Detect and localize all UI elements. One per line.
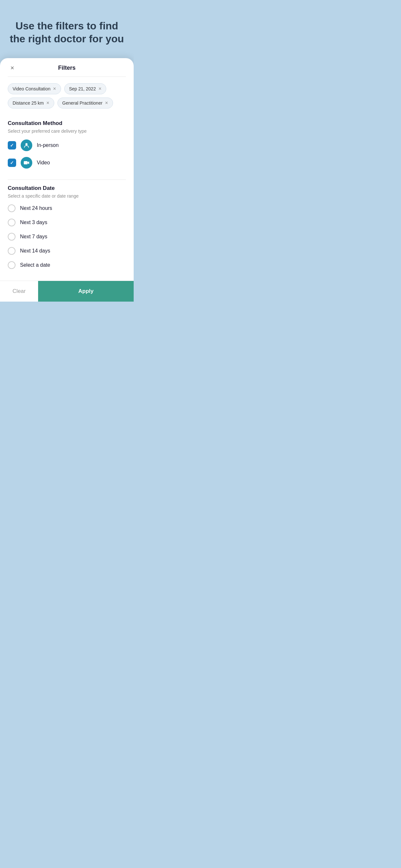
video-checkmark: ✓ [10,160,14,165]
filter-tag-specialty-close[interactable]: × [105,100,108,105]
in-person-checkbox[interactable]: ✓ [8,141,16,150]
filter-tag-distance-close[interactable]: × [46,100,49,105]
modal-footer: Clear Apply [0,281,134,302]
next-14d-row: Next 14 days [8,247,126,255]
in-person-icon [21,140,32,151]
next-3d-row: Next 3 days [8,219,126,226]
consultation-date-section: Consultation Date Select a specific date… [0,180,134,281]
page-title: Use the filters to find the right doctor… [0,20,134,45]
next-14d-radio[interactable] [8,247,16,255]
filter-tag-specialty[interactable]: General Practitioner × [58,97,113,108]
video-checkbox[interactable]: ✓ [8,159,16,167]
video-label: Video [37,160,50,166]
in-person-checkmark: ✓ [10,143,14,148]
filter-tag-date-label: Sep 21, 2022 [69,86,96,91]
consultation-date-title: Consultation Date [8,185,126,191]
next-7d-radio[interactable] [8,233,16,241]
filter-tag-distance[interactable]: Distance 25 km × [8,97,54,108]
next-3d-radio[interactable] [8,219,16,226]
close-button[interactable]: × [8,64,17,73]
apply-button[interactable]: Apply [38,281,134,302]
filter-tag-video-label: Video Consultation [12,86,50,91]
select-date-label: Select a date [20,262,50,268]
in-person-option-row: ✓ In-person [8,140,126,151]
next-3d-label: Next 3 days [20,220,47,225]
next-24h-label: Next 24 hours [20,206,52,211]
next-24h-row: Next 24 hours [8,205,126,212]
clear-button[interactable]: Clear [0,281,38,302]
filter-tag-specialty-label: General Practitioner [62,100,103,105]
in-person-label: In-person [37,143,59,148]
consultation-date-subtitle: Select a specific date or date range [8,193,126,198]
next-24h-radio[interactable] [8,205,16,212]
consultation-method-section: Consultation Method Select your preferre… [0,115,134,180]
filter-modal: × Filters Video Consultation × Sep 21, 2… [0,58,134,302]
consultation-method-title: Consultation Method [8,120,126,127]
modal-content: Video Consultation × Sep 21, 2022 × Dist… [0,77,134,281]
select-date-row: Select a date [8,261,126,269]
consultation-method-subtitle: Select your preferred care delivery type [8,128,126,134]
modal-header: × Filters [0,58,134,76]
filter-tag-distance-label: Distance 25 km [12,100,43,105]
video-icon [21,157,32,168]
filter-tag-date[interactable]: Sep 21, 2022 × [64,83,106,94]
next-7d-row: Next 7 days [8,233,126,241]
select-date-radio[interactable] [8,261,16,269]
next-7d-label: Next 7 days [20,234,47,240]
modal-title: Filters [58,65,75,71]
filter-tag-video-consultation[interactable]: Video Consultation × [8,83,61,94]
filter-tag-video-close[interactable]: × [53,86,56,91]
svg-point-0 [26,143,28,145]
svg-rect-1 [24,161,28,164]
filter-tags-container: Video Consultation × Sep 21, 2022 × Dist… [0,77,134,115]
video-option-row: ✓ Video [8,157,126,168]
next-14d-label: Next 14 days [20,248,50,254]
filter-tag-date-close[interactable]: × [98,86,101,91]
